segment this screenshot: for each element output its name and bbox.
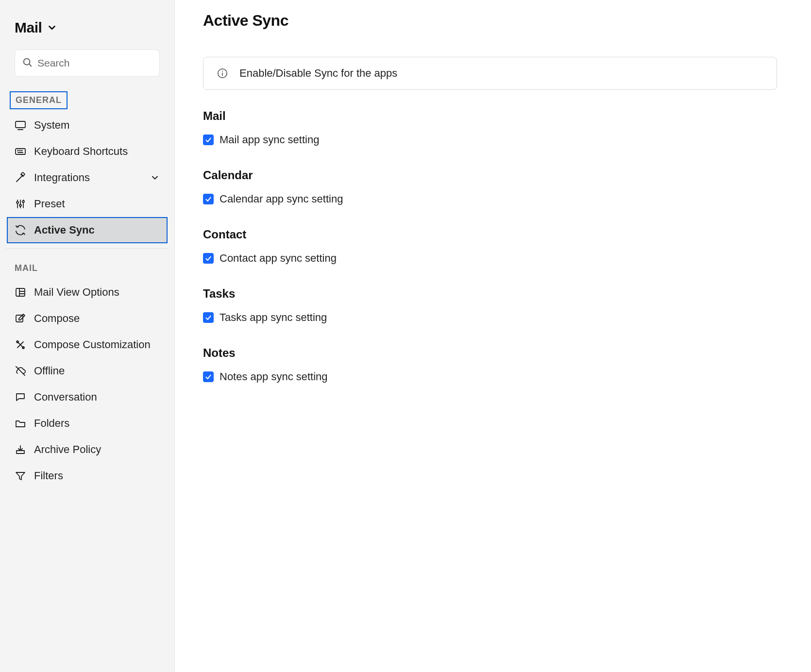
tools-icon <box>15 339 26 351</box>
sync-section-tasks: Tasks Tasks app sync setting <box>203 287 777 324</box>
sync-section-calendar: Calendar Calendar app sync setting <box>203 168 777 205</box>
sidebar-item-system[interactable]: System <box>0 112 174 138</box>
search-wrap <box>0 50 174 91</box>
app-title: Mail <box>15 19 42 36</box>
sync-row: Mail app sync setting <box>203 134 777 146</box>
compose-icon <box>15 313 26 324</box>
keyboard-icon <box>15 146 26 157</box>
plug-icon <box>15 172 26 184</box>
sync-heading: Calendar <box>203 168 777 182</box>
svg-point-5 <box>17 150 18 151</box>
section-label-mail: MAIL <box>10 260 43 276</box>
chevron-down-icon <box>150 173 160 183</box>
sidebar-item-compose[interactable]: Compose <box>0 305 174 332</box>
sync-section-mail: Mail Mail app sync setting <box>203 109 777 146</box>
sidebar-item-label: System <box>34 119 69 132</box>
svg-point-11 <box>17 202 18 203</box>
section-label-general: GENERAL <box>10 91 68 109</box>
sidebar-item-active-sync[interactable]: Active Sync <box>7 217 168 243</box>
folder-icon <box>15 418 26 429</box>
sidebar-item-keyboard-shortcuts[interactable]: Keyboard Shortcuts <box>0 138 174 165</box>
archive-icon <box>15 444 26 455</box>
sync-label: Notes app sync setting <box>220 370 328 383</box>
svg-point-13 <box>19 204 21 206</box>
info-text: Enable/Disable Sync for the apps <box>239 67 397 80</box>
search-icon <box>22 57 33 69</box>
section-divider <box>6 248 169 249</box>
sidebar-item-label: Filters <box>34 470 63 482</box>
sync-icon <box>15 224 26 236</box>
sidebar-item-conversation[interactable]: Conversation <box>0 384 174 410</box>
sync-row: Notes app sync setting <box>203 370 777 383</box>
sync-label: Contact app sync setting <box>220 252 337 265</box>
filter-icon <box>15 470 26 482</box>
sidebar-item-label: Folders <box>34 417 69 430</box>
sync-heading: Notes <box>203 346 777 360</box>
search-box[interactable] <box>15 50 160 77</box>
svg-rect-2 <box>16 121 25 128</box>
checkbox-mail-sync[interactable] <box>203 134 214 145</box>
sliders-icon <box>15 198 26 210</box>
sync-row: Calendar app sync setting <box>203 193 777 205</box>
sidebar-item-label: Preset <box>34 198 65 210</box>
sync-heading: Mail <box>203 109 777 123</box>
sidebar-item-mail-view-options[interactable]: Mail View Options <box>0 279 174 305</box>
sidebar-item-archive-policy[interactable]: Archive Policy <box>0 437 174 463</box>
svg-rect-9 <box>21 172 25 176</box>
info-callout: Enable/Disable Sync for the apps <box>203 57 777 90</box>
sidebar-item-folders[interactable]: Folders <box>0 410 174 437</box>
sync-label: Tasks app sync setting <box>220 311 327 324</box>
sidebar-item-label: Conversation <box>34 391 97 403</box>
sidebar-item-label: Archive Policy <box>34 443 101 456</box>
sync-section-notes: Notes Notes app sync setting <box>203 346 777 383</box>
sidebar-item-label: Compose Customization <box>34 338 151 351</box>
nav-scroll[interactable]: GENERAL System Keyboard Shortcuts Integr… <box>0 91 174 672</box>
svg-marker-24 <box>16 472 25 480</box>
svg-point-7 <box>21 150 22 151</box>
app-switcher[interactable]: Mail <box>0 17 174 50</box>
sync-row: Tasks app sync setting <box>203 311 777 324</box>
sidebar: Mail GENERAL System Keyboard Shortcuts <box>0 0 175 672</box>
sidebar-item-label: Integrations <box>34 171 90 184</box>
sync-heading: Tasks <box>203 287 777 301</box>
sidebar-item-label: Active Sync <box>34 224 95 236</box>
sidebar-item-integrations[interactable]: Integrations <box>0 165 174 191</box>
svg-line-1 <box>29 64 31 66</box>
layout-icon <box>15 286 26 298</box>
sidebar-item-label: Compose <box>34 312 80 325</box>
cloud-off-icon <box>15 365 26 377</box>
svg-rect-4 <box>16 149 25 154</box>
sync-heading: Contact <box>203 228 777 241</box>
sidebar-item-label: Keyboard Shortcuts <box>34 145 128 158</box>
checkbox-calendar-sync[interactable] <box>203 194 214 204</box>
sidebar-item-preset[interactable]: Preset <box>0 191 174 217</box>
sync-label: Calendar app sync setting <box>220 193 343 205</box>
svg-rect-16 <box>16 288 25 296</box>
svg-point-6 <box>19 150 20 151</box>
sync-section-contact: Contact Contact app sync setting <box>203 228 777 265</box>
sidebar-item-label: Offline <box>34 365 65 377</box>
sync-label: Mail app sync setting <box>220 134 319 146</box>
sidebar-item-filters[interactable]: Filters <box>0 463 174 489</box>
checkbox-contact-sync[interactable] <box>203 253 214 264</box>
search-input[interactable] <box>37 57 152 69</box>
svg-point-15 <box>22 201 24 202</box>
sidebar-item-offline[interactable]: Offline <box>0 358 174 384</box>
checkbox-tasks-sync[interactable] <box>203 312 214 323</box>
page-title: Active Sync <box>203 12 777 30</box>
sidebar-item-compose-customization[interactable]: Compose Customization <box>0 332 174 358</box>
checkbox-notes-sync[interactable] <box>203 371 214 382</box>
sidebar-item-label: Mail View Options <box>34 286 119 299</box>
chevron-down-icon <box>47 22 57 33</box>
monitor-icon <box>15 119 26 131</box>
chat-icon <box>15 391 26 403</box>
main-content: Active Sync Enable/Disable Sync for the … <box>175 0 811 672</box>
info-icon <box>217 68 228 79</box>
sync-row: Contact app sync setting <box>203 252 777 265</box>
